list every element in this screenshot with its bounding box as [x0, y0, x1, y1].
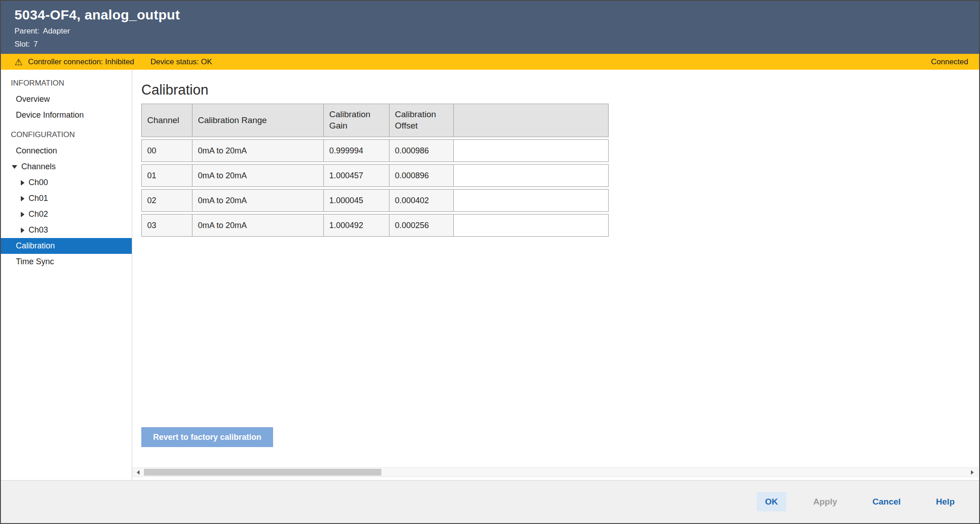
device-status: Device status: OK — [150, 57, 212, 67]
expander-right-icon[interactable] — [21, 180, 24, 186]
sidebar-item-ch03[interactable]: Ch03 — [1, 222, 132, 238]
column-header-calibration-range: Calibration Range — [192, 104, 324, 137]
column-header-empty — [454, 104, 609, 137]
cell-empty — [454, 189, 609, 212]
cell-gain: 1.000492 — [324, 214, 389, 237]
horizontal-scrollbar[interactable] — [133, 467, 978, 477]
expander-right-icon[interactable] — [21, 196, 24, 201]
table-row: 00 0mA to 20mA 0.999994 0.000986 — [141, 139, 609, 162]
sidebar-item-connection[interactable]: Connection — [1, 143, 132, 159]
cell-empty — [454, 164, 609, 187]
cell-range: 0mA to 20mA — [192, 214, 324, 237]
cell-range: 0mA to 20mA — [192, 139, 324, 162]
sidebar-item-channels[interactable]: Channels — [1, 159, 132, 175]
column-header-channel: Channel — [141, 104, 192, 137]
controller-connection-status: Controller connection: Inhibited — [28, 57, 134, 67]
cell-gain: 0.999994 — [324, 139, 389, 162]
module-header: 5034-OF4, analog_output Parent:Adapter S… — [1, 1, 979, 54]
sidebar-item-label: Ch03 — [29, 225, 48, 235]
scroll-right-arrow[interactable] — [967, 468, 977, 476]
scrollbar-thumb[interactable] — [144, 469, 381, 476]
column-header-calibration-offset: Calibration Offset — [389, 104, 454, 137]
cell-offset: 0.000402 — [389, 189, 454, 212]
expander-right-icon[interactable] — [21, 228, 24, 233]
connection-state-badge: Connected — [931, 57, 968, 67]
cell-range: 0mA to 20mA — [192, 164, 324, 187]
expander-down-icon[interactable] — [12, 165, 17, 169]
sidebar-item-ch00[interactable]: Ch00 — [1, 175, 132, 191]
sidebar-item-device-information[interactable]: Device Information — [1, 107, 132, 123]
status-bar: ⚠ Controller connection: Inhibited Devic… — [1, 54, 979, 70]
sidebar-item-time-sync[interactable]: Time Sync — [1, 254, 132, 270]
sidebar-item-ch02[interactable]: Ch02 — [1, 206, 132, 222]
slot-value: 7 — [34, 40, 38, 48]
sidebar-item-overview[interactable]: Overview — [1, 91, 132, 107]
cell-channel: 02 — [141, 189, 192, 212]
cell-empty — [454, 139, 609, 162]
slot-info: Slot:7 — [14, 40, 979, 49]
cell-empty — [454, 214, 609, 237]
warning-triangle-icon: ⚠ — [14, 57, 23, 67]
cell-channel: 00 — [141, 139, 192, 162]
revert-to-factory-calibration-button[interactable]: Revert to factory calibration — [141, 427, 273, 447]
sidebar-item-label: Ch01 — [29, 194, 48, 203]
slot-label: Slot: — [14, 40, 30, 48]
cell-gain: 1.000457 — [324, 164, 389, 187]
apply-button[interactable]: Apply — [805, 492, 845, 511]
help-button[interactable]: Help — [928, 492, 963, 511]
sidebar-item-ch01[interactable]: Ch01 — [1, 191, 132, 206]
cell-offset: 0.000896 — [389, 164, 454, 187]
cell-channel: 03 — [141, 214, 192, 237]
content-pane: Calibration Channel Calibration Range Ca… — [132, 70, 979, 480]
cancel-button[interactable]: Cancel — [865, 492, 909, 511]
cell-offset: 0.000256 — [389, 214, 454, 237]
module-properties-window: 5034-OF4, analog_output Parent:Adapter S… — [0, 0, 980, 524]
parent-label: Parent: — [14, 27, 39, 35]
sidebar-item-calibration[interactable]: Calibration — [1, 238, 132, 254]
cell-gain: 1.000045 — [324, 189, 389, 212]
parent-info: Parent:Adapter — [14, 27, 979, 36]
page-title: 5034-OF4, analog_output — [14, 7, 979, 23]
body-area: INFORMATION Overview Device Information … — [1, 70, 979, 480]
cell-offset: 0.000986 — [389, 139, 454, 162]
section-header-configuration: CONFIGURATION — [1, 127, 132, 143]
scrollbar-track[interactable] — [143, 468, 967, 476]
section-header-information: INFORMATION — [1, 75, 132, 91]
expander-right-icon[interactable] — [21, 212, 24, 217]
sidebar-item-label: Ch00 — [29, 178, 48, 187]
cell-channel: 01 — [141, 164, 192, 187]
ok-button[interactable]: OK — [757, 492, 786, 511]
parent-value: Adapter — [43, 27, 70, 35]
cell-range: 0mA to 20mA — [192, 189, 324, 212]
table-row: 02 0mA to 20mA 1.000045 0.000402 — [141, 189, 609, 212]
sidebar-item-label: Ch02 — [29, 210, 48, 219]
table-header-row: Channel Calibration Range Calibration Ga… — [141, 104, 609, 137]
table-row: 03 0mA to 20mA 1.000492 0.000256 — [141, 214, 609, 237]
column-header-calibration-gain: Calibration Gain — [324, 104, 389, 137]
calibration-table: Channel Calibration Range Calibration Ga… — [141, 101, 609, 239]
page-heading: Calibration — [141, 82, 979, 98]
sidebar: INFORMATION Overview Device Information … — [1, 70, 132, 480]
dialog-footer: OK Apply Cancel Help — [1, 480, 979, 523]
sidebar-item-label: Channels — [21, 162, 56, 171]
scroll-left-arrow[interactable] — [133, 468, 143, 476]
table-row: 01 0mA to 20mA 1.000457 0.000896 — [141, 164, 609, 187]
